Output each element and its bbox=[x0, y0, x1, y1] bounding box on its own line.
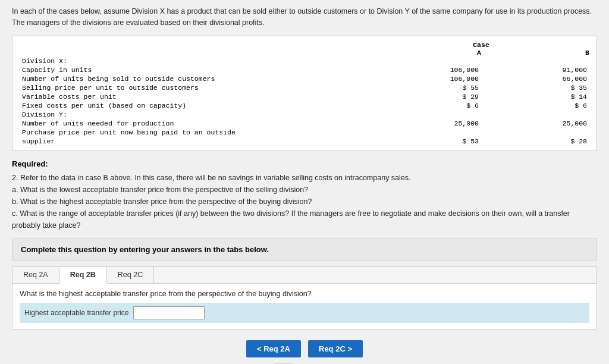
row-label: Variable costs per unit bbox=[20, 92, 373, 101]
row-label: Selling price per unit to outside custom… bbox=[20, 83, 373, 92]
required-section: Required: 2. Refer to the data in case B… bbox=[12, 159, 597, 231]
row-a: $ 29 bbox=[373, 92, 481, 101]
page-wrapper: In each of the cases below, assume Divis… bbox=[0, 0, 609, 364]
division-y-label: Division Y: bbox=[20, 110, 373, 119]
row-b: $ 14 bbox=[481, 92, 589, 101]
row-a: $ 6 bbox=[373, 101, 481, 110]
highest-transfer-price-input[interactable] bbox=[133, 306, 205, 319]
case-header: Case bbox=[373, 41, 589, 49]
row-b: 25,000 bbox=[481, 119, 589, 128]
intro-text: In each of the cases below, assume Divis… bbox=[12, 6, 597, 29]
tab-req2b[interactable]: Req 2B bbox=[59, 267, 107, 284]
row-label: Number of units needed for production bbox=[20, 119, 373, 128]
row-b: 91,000 bbox=[481, 65, 589, 74]
tab-req2a[interactable]: Req 2A bbox=[12, 267, 59, 283]
case-table: Case A B Division X: Capacity in units 1… bbox=[12, 36, 597, 151]
tab-req2c[interactable]: Req 2C bbox=[107, 267, 154, 283]
col-b-header: B bbox=[481, 49, 589, 57]
table-row: Variable costs per unit $ 29 $ 14 bbox=[20, 92, 589, 101]
table-row: Fixed costs per unit (based on capacity)… bbox=[20, 101, 589, 110]
col-a-header: A bbox=[373, 49, 481, 57]
input-label: Highest acceptable transfer price bbox=[24, 309, 128, 317]
row-b: $ 35 bbox=[481, 83, 589, 92]
table-row: supplier $ 53 $ 28 bbox=[20, 137, 589, 146]
row-label: Purchase price per unit now being paid t… bbox=[20, 128, 373, 137]
next-req-button[interactable]: Req 2C > bbox=[308, 340, 363, 357]
row-label: Fixed costs per unit (based on capacity) bbox=[20, 101, 373, 110]
table-row: Purchase price per unit now being paid t… bbox=[20, 128, 589, 137]
tabs-header: Req 2A Req 2B Req 2C bbox=[12, 267, 597, 284]
table-row: Capacity in units 106,000 91,000 bbox=[20, 65, 589, 74]
row-b: $ 6 bbox=[481, 101, 589, 110]
row-b: 66,000 bbox=[481, 74, 589, 83]
question-box: Complete this question by entering your … bbox=[12, 239, 597, 261]
table-row: Selling price per unit to outside custom… bbox=[20, 83, 589, 92]
row-a: 106,000 bbox=[373, 74, 481, 83]
row-a: $ 53 bbox=[373, 137, 481, 146]
row-label: Number of units being sold to outside cu… bbox=[20, 74, 373, 83]
input-row: Highest acceptable transfer price bbox=[20, 303, 589, 323]
row-label: Capacity in units bbox=[20, 65, 373, 74]
table-row: Number of units being sold to outside cu… bbox=[20, 74, 589, 83]
table-row: Number of units needed for production 25… bbox=[20, 119, 589, 128]
row-a: $ 55 bbox=[373, 83, 481, 92]
required-text: 2. Refer to the data in case B above. In… bbox=[12, 172, 597, 231]
row-a: 25,000 bbox=[373, 119, 481, 128]
intro-paragraph: In each of the cases below, assume Divis… bbox=[12, 7, 592, 27]
row-a: 106,000 bbox=[373, 65, 481, 74]
division-x-label: Division X: bbox=[20, 57, 373, 65]
required-label: Required: bbox=[12, 159, 597, 168]
tab-content: What is the highest acceptable transfer … bbox=[12, 284, 597, 329]
tabs-section: Req 2A Req 2B Req 2C What is the highest… bbox=[12, 266, 597, 330]
row-label: supplier bbox=[20, 137, 373, 146]
row-b: $ 28 bbox=[481, 137, 589, 146]
prev-req-button[interactable]: < Req 2A bbox=[246, 340, 301, 357]
nav-buttons: < Req 2A Req 2C > bbox=[12, 340, 597, 357]
tab-question: What is the highest acceptable transfer … bbox=[20, 290, 589, 298]
